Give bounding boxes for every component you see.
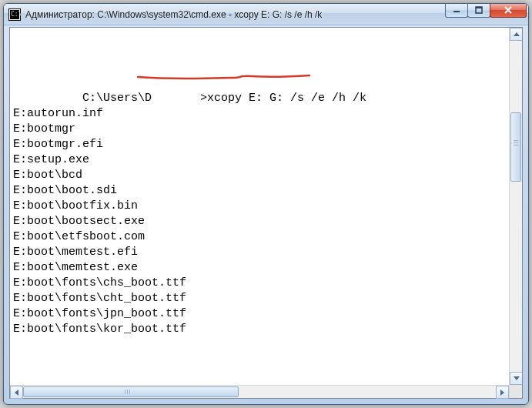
- maximize-button[interactable]: [467, 4, 490, 18]
- output-line: E:setup.exe: [13, 152, 506, 168]
- scroll-down-button[interactable]: [510, 372, 522, 385]
- titlebar[interactable]: C:\ Администратор: C:\Windows\system32\c…: [4, 4, 528, 25]
- scroll-left-button[interactable]: [10, 386, 23, 399]
- output-line: E:boot\fonts\jpn_boot.ttf: [13, 306, 506, 322]
- svg-rect-4: [453, 11, 460, 12]
- cmd-icon: C:\: [8, 8, 21, 21]
- scrollbar-corner: [509, 385, 522, 398]
- vertical-scrollbar[interactable]: [509, 28, 522, 385]
- chevron-right-icon: [500, 390, 504, 396]
- horizontal-scroll-thumb[interactable]: [23, 386, 239, 397]
- output-line: E:boot\fonts\cht_boot.ttf: [13, 291, 506, 306]
- window-title: Администратор: C:\Windows\system32\cmd.e…: [25, 9, 443, 20]
- scroll-up-button[interactable]: [510, 28, 522, 41]
- output-line: E:boot\bootsect.exe: [13, 214, 506, 229]
- window-controls: [446, 8, 527, 22]
- chevron-left-icon: [15, 390, 18, 396]
- chevron-up-icon: [514, 32, 520, 36]
- svg-text:C:\: C:\: [11, 11, 21, 18]
- console-output[interactable]: C:\Users\D >xcopy E: G: /s /e /h /k E:au…: [10, 28, 509, 385]
- output-line: E:boot\etfsboot.com: [13, 229, 506, 245]
- prompt-line: C:\Users\D >xcopy E: G: /s /e /h /k: [13, 60, 506, 75]
- output-line: E:boot\boot.sdi: [13, 183, 506, 199]
- console-viewport: C:\Users\D >xcopy E: G: /s /e /h /k E:au…: [10, 28, 522, 385]
- output-line: E:autorun.inf: [13, 106, 506, 122]
- scroll-right-button[interactable]: [496, 386, 509, 399]
- close-button[interactable]: [490, 4, 527, 18]
- vertical-scroll-thumb[interactable]: [510, 112, 521, 182]
- chevron-down-icon: [514, 376, 520, 380]
- minimize-button[interactable]: [445, 4, 468, 18]
- output-line: E:bootmgr: [13, 122, 506, 137]
- output-line: E:boot\bootfix.bin: [13, 199, 506, 214]
- client-area: C:\Users\D >xcopy E: G: /s /e /h /k E:au…: [9, 27, 523, 399]
- cmd-window: C:\ Администратор: C:\Windows\system32\c…: [3, 3, 529, 405]
- output-line: E:boot\bcd: [13, 168, 506, 183]
- output-line: E:boot\memtest.efi: [13, 245, 506, 260]
- output-line: E:boot\fonts\chs_boot.ttf: [13, 276, 506, 291]
- annotation-underline: [136, 74, 313, 85]
- prompt-suffix: >: [200, 92, 207, 105]
- prompt-prefix: C:\Users\D: [82, 92, 152, 105]
- typed-command: xcopy E: G: /s /e /h /k: [207, 92, 366, 105]
- output-line: E:bootmgr.efi: [13, 137, 506, 152]
- svg-rect-6: [476, 7, 482, 8]
- horizontal-scrollbar[interactable]: [10, 385, 522, 398]
- redacted-smudge: [76, 59, 121, 75]
- output-line: E:boot\memtest.exe: [13, 260, 506, 276]
- output-line: E:boot\fonts\kor_boot.ttf: [13, 322, 506, 337]
